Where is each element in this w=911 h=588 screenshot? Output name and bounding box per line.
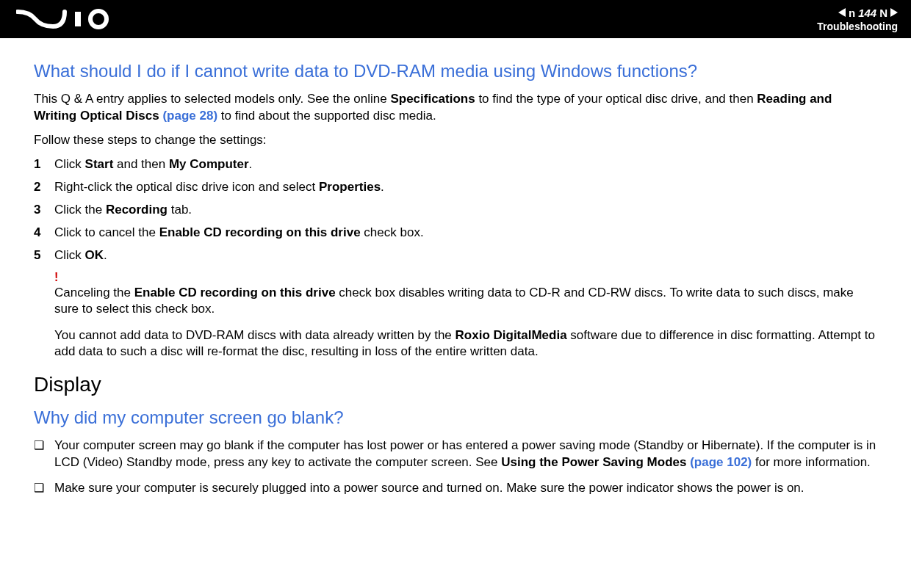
- bullet-list: ❑ Your computer screen may go blank if t…: [34, 438, 877, 497]
- text: and then: [113, 157, 169, 171]
- vaio-logo: [16, 9, 119, 29]
- text: .: [381, 180, 384, 194]
- page-link-28[interactable]: (page 28): [162, 109, 217, 123]
- header-bar: n 144 N Troubleshooting: [0, 0, 911, 38]
- step-text: Click to cancel the Enable CD recording …: [54, 225, 424, 242]
- text-bold: Roxio DigitalMedia: [455, 328, 567, 342]
- svg-point-1: [90, 11, 107, 27]
- step-row: 1 Click Start and then My Computer.: [34, 156, 877, 173]
- svg-rect-0: [75, 12, 81, 26]
- step-row: 5 Click OK.: [34, 247, 877, 264]
- text-bold: Specifications: [390, 92, 475, 106]
- next-page-icon[interactable]: [890, 8, 898, 17]
- text: Click: [54, 248, 85, 262]
- bullet-text: Your computer screen may go blank if the…: [54, 438, 877, 471]
- step-row: 2 Right-click the optical disc drive ico…: [34, 179, 877, 196]
- text-bold: Enable CD recording on this drive: [134, 286, 336, 300]
- page-content: What should I do if I cannot write data …: [0, 38, 911, 520]
- text-bold: Recording: [106, 203, 168, 217]
- page-nav: n 144 N: [838, 7, 898, 19]
- step-text: Click the Recording tab.: [54, 202, 192, 219]
- step-text: Click Start and then My Computer.: [54, 156, 252, 173]
- text-bold: Properties: [319, 180, 381, 194]
- text-bold: Using the Power Saving Modes: [501, 455, 686, 469]
- text: Right-click the optical disc drive icon …: [54, 180, 319, 194]
- text-bold: Start: [85, 157, 114, 171]
- step-number: 4: [34, 225, 54, 240]
- text: to find the type of your optical disc dr…: [475, 92, 757, 106]
- text: to find about the supported disc media.: [217, 109, 436, 123]
- intro-paragraph-2: Follow these steps to change the setting…: [34, 132, 877, 149]
- n-label-upper: N: [879, 7, 887, 19]
- note-paragraph-2: You cannot add data to DVD-RAM discs wit…: [54, 327, 877, 360]
- bullet-icon: ❑: [34, 438, 54, 454]
- text: .: [104, 248, 107, 262]
- list-item: ❑ Your computer screen may go blank if t…: [34, 438, 877, 471]
- text: This Q & A entry applies to selected mod…: [34, 92, 390, 106]
- step-row: 4 Click to cancel the Enable CD recordin…: [34, 225, 877, 242]
- prev-page-icon[interactable]: [838, 8, 846, 17]
- text: You cannot add data to DVD-RAM discs wit…: [54, 328, 455, 342]
- note-paragraph-1: Canceling the Enable CD recording on thi…: [54, 285, 877, 317]
- intro-paragraph-1: This Q & A entry applies to selected mod…: [34, 91, 877, 125]
- text: for more information.: [752, 455, 871, 469]
- text: Click to cancel the: [54, 225, 159, 239]
- step-row: 3 Click the Recording tab.: [34, 202, 877, 219]
- text-bold: Enable CD recording on this drive: [159, 225, 361, 239]
- step-number: 3: [34, 203, 54, 217]
- bullet-text: Make sure your computer is securely plug…: [54, 480, 804, 497]
- text: .: [249, 157, 253, 171]
- section-heading-display: Display: [34, 373, 877, 396]
- question-heading-2: Why did my computer screen go blank?: [34, 407, 877, 429]
- vaio-logo-svg: [16, 9, 119, 29]
- header-right: n 144 N Troubleshooting: [817, 7, 898, 32]
- bullet-icon: ❑: [34, 480, 54, 496]
- text: check box.: [361, 225, 424, 239]
- step-text: Click OK.: [54, 247, 107, 264]
- text-bold: OK: [85, 248, 104, 262]
- steps-list: 1 Click Start and then My Computer. 2 Ri…: [34, 156, 877, 264]
- section-name: Troubleshooting: [817, 21, 898, 32]
- n-label-lower: n: [849, 7, 855, 19]
- text: Click: [54, 157, 85, 171]
- list-item: ❑ Make sure your computer is securely pl…: [34, 480, 877, 497]
- text: Click the: [54, 203, 106, 217]
- text: Canceling the: [54, 286, 134, 300]
- page-number: 144: [858, 7, 876, 19]
- text: tab.: [168, 203, 192, 217]
- page-link-102[interactable]: (page 102): [690, 455, 752, 469]
- step-text: Right-click the optical disc drive icon …: [54, 179, 384, 196]
- question-heading-1: What should I do if I cannot write data …: [34, 60, 877, 82]
- step-number: 1: [34, 157, 54, 172]
- caution-note: ! Canceling the Enable CD recording on t…: [54, 272, 877, 360]
- text-bold: My Computer: [169, 157, 249, 171]
- step-number: 2: [34, 180, 54, 195]
- step-number: 5: [34, 248, 54, 263]
- caution-icon: !: [54, 272, 877, 283]
